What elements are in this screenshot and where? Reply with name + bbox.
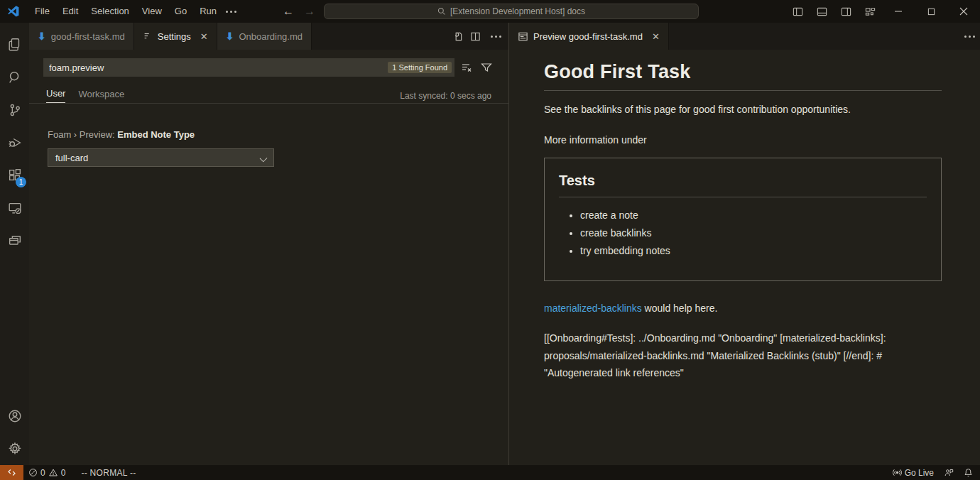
navigate-back-icon[interactable]: ← bbox=[283, 5, 294, 18]
settings-scope-user[interactable]: User bbox=[46, 88, 65, 103]
extensions-icon[interactable]: 1 bbox=[0, 159, 29, 192]
settings-scope-workspace[interactable]: Workspace bbox=[78, 89, 124, 103]
minimize-button[interactable] bbox=[882, 0, 915, 23]
menu-edit[interactable]: Edit bbox=[56, 4, 85, 19]
tab-preview-good-first-task[interactable]: Preview good-first-task.md ✕ bbox=[509, 23, 669, 50]
setting-foam-preview-embed-note-type: Foam › Preview: Embed Note Type full-car… bbox=[48, 129, 494, 167]
search-view-icon[interactable] bbox=[0, 61, 29, 94]
editor-group-left: ⬇ good-first-task.md Settings ✕ ⬇ Onboar… bbox=[29, 23, 508, 465]
source-control-icon[interactable] bbox=[0, 94, 29, 126]
chevron-down-icon bbox=[260, 155, 268, 163]
embedded-note-card: Tests create a note create backlinks try… bbox=[544, 158, 942, 282]
markdown-file-icon: ⬇ bbox=[38, 31, 46, 42]
close-tab-icon[interactable]: ✕ bbox=[652, 31, 660, 42]
tab-onboarding[interactable]: ⬇ Onboarding.md bbox=[217, 23, 312, 50]
explorer-icon[interactable] bbox=[0, 28, 29, 61]
settings-editor: 1 Setting Found User Workspace bbox=[29, 50, 508, 465]
list-item: try embedding notes bbox=[580, 244, 927, 257]
setting-name-label: Embed Note Type bbox=[117, 129, 195, 140]
link-suffix-text: would help here. bbox=[642, 302, 718, 314]
markdown-preview-pane: Good First Task See the backlinks of thi… bbox=[509, 50, 980, 465]
settings-count-badge: 1 Setting Found bbox=[388, 62, 452, 73]
dropdown-selected-value: full-card bbox=[55, 153, 88, 163]
preview-more-info: More information under bbox=[544, 134, 942, 146]
embed-title: Tests bbox=[559, 173, 927, 197]
toggle-primary-sidebar-icon[interactable] bbox=[785, 0, 810, 23]
remote-explorer-icon[interactable] bbox=[0, 192, 29, 224]
filter-settings-icon[interactable] bbox=[479, 60, 494, 75]
titlebar: File Edit Selection View Go Run ← → [Ext… bbox=[0, 0, 980, 23]
go-live-label: Go Live bbox=[905, 468, 934, 478]
errors-icon bbox=[28, 468, 38, 477]
status-bar: 0 0 -- NORMAL -- Go Live bbox=[0, 465, 980, 480]
tab-good-first-task[interactable]: ⬇ good-first-task.md bbox=[29, 23, 134, 50]
link-references-text: [[Onboarding#Tests]: ../Onboarding.md "O… bbox=[544, 329, 942, 382]
more-actions-icon[interactable] bbox=[488, 33, 504, 40]
list-item: create a note bbox=[580, 209, 927, 222]
setting-category-label: Foam › Preview: bbox=[48, 129, 117, 140]
remote-indicator[interactable] bbox=[0, 465, 23, 480]
broadcast-icon bbox=[893, 468, 902, 477]
preview-title: Good First Task bbox=[544, 61, 942, 91]
settings-last-synced: Last synced: 0 secs ago bbox=[400, 91, 491, 101]
more-actions-icon[interactable] bbox=[962, 33, 978, 40]
menu-file[interactable]: File bbox=[28, 4, 56, 19]
materialized-backlinks-link[interactable]: materialized-backlinks bbox=[544, 302, 642, 314]
clear-settings-search-icon[interactable] bbox=[459, 60, 474, 75]
menu-selection[interactable]: Selection bbox=[85, 4, 135, 19]
left-tabstrip: ⬇ good-first-task.md Settings ✕ ⬇ Onboar… bbox=[29, 23, 508, 50]
menu-run[interactable]: Run bbox=[193, 4, 223, 19]
problems-indicator[interactable]: 0 0 bbox=[23, 465, 70, 480]
open-settings-json-icon[interactable] bbox=[452, 31, 463, 42]
split-editor-icon[interactable] bbox=[470, 31, 481, 42]
vim-mode-indicator[interactable]: -- NORMAL -- bbox=[76, 465, 141, 480]
editor-group-right: Preview good-first-task.md ✕ Good First … bbox=[509, 23, 980, 465]
list-item: create backlinks bbox=[580, 227, 927, 239]
command-center-text: [Extension Development Host] docs bbox=[450, 6, 585, 16]
preview-intro: See the backlinks of this page for good … bbox=[544, 103, 942, 117]
feedback-button[interactable] bbox=[939, 465, 959, 480]
settings-search-box[interactable]: 1 Setting Found bbox=[43, 58, 454, 77]
markdown-preview-icon bbox=[518, 31, 528, 42]
maximize-button[interactable] bbox=[915, 0, 947, 23]
settings-editor-icon bbox=[143, 31, 153, 41]
customize-layout-icon[interactable] bbox=[858, 0, 882, 23]
activity-bar: 1 bbox=[0, 23, 29, 465]
go-live-button[interactable]: Go Live bbox=[888, 465, 939, 480]
remote-icon bbox=[7, 468, 16, 477]
menu-more-icon[interactable] bbox=[223, 4, 239, 19]
settings-search-input[interactable] bbox=[49, 62, 388, 73]
close-tab-icon[interactable]: ✕ bbox=[200, 31, 208, 42]
settings-separator bbox=[29, 103, 508, 104]
accounts-icon[interactable] bbox=[0, 400, 29, 432]
menu-go[interactable]: Go bbox=[168, 4, 193, 19]
markdown-file-icon: ⬇ bbox=[226, 31, 234, 42]
search-icon bbox=[437, 7, 446, 16]
embed-note-type-dropdown[interactable]: full-card bbox=[48, 148, 274, 167]
tab-settings[interactable]: Settings ✕ bbox=[134, 23, 217, 50]
extensions-badge: 1 bbox=[16, 177, 26, 187]
toggle-secondary-sidebar-icon[interactable] bbox=[834, 0, 858, 23]
vscode-logo-icon bbox=[7, 5, 20, 18]
toggle-panel-icon[interactable] bbox=[810, 0, 834, 23]
navigate-forward-icon[interactable]: → bbox=[304, 5, 315, 18]
settings-gear-icon[interactable] bbox=[0, 432, 29, 465]
right-tabstrip: Preview good-first-task.md ✕ bbox=[509, 23, 980, 50]
feedback-person-icon bbox=[944, 468, 954, 477]
windows-panels-icon[interactable] bbox=[0, 224, 29, 257]
embed-bullet-list: create a note create backlinks try embed… bbox=[559, 209, 927, 258]
command-center-search[interactable]: [Extension Development Host] docs bbox=[324, 4, 699, 19]
run-debug-icon[interactable] bbox=[0, 126, 29, 159]
close-window-button[interactable] bbox=[947, 0, 980, 23]
warnings-icon bbox=[48, 468, 58, 477]
bell-icon bbox=[964, 468, 973, 477]
warning-count: 0 bbox=[61, 468, 66, 478]
notifications-bell[interactable] bbox=[959, 465, 980, 480]
menu-view[interactable]: View bbox=[136, 4, 168, 19]
error-count: 0 bbox=[40, 468, 45, 478]
